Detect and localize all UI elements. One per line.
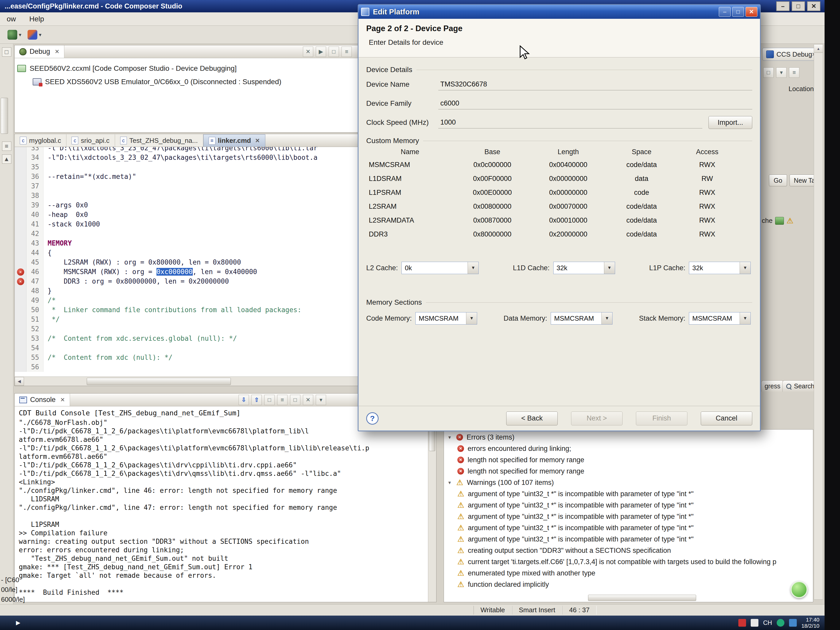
up-arrow-icon[interactable]: ▲	[2, 155, 11, 164]
field-input[interactable]: c6000	[438, 98, 752, 109]
dropdown-icon[interactable]: ▼	[740, 313, 750, 324]
tab-search[interactable]: Search	[782, 381, 818, 392]
editor-tab[interactable]: c srio_api.c ✕	[66, 134, 115, 147]
chevron-down-icon[interactable]: ▾	[19, 32, 21, 38]
overlay-app-icon[interactable]	[791, 581, 808, 598]
chevron-down-icon[interactable]: ▾	[39, 32, 41, 38]
close-icon[interactable]: ✕	[807, 1, 820, 11]
menu-item[interactable]: Help	[23, 13, 51, 25]
wizard-button[interactable]: < Back	[506, 412, 558, 425]
tray-icon-green[interactable]	[777, 619, 785, 627]
cache-select[interactable]: 32k ▼	[553, 262, 615, 274]
problem-warning-row[interactable]: ⚠ creating output section "DDR3" without…	[457, 545, 812, 556]
tab-console[interactable]: Console ✕	[15, 393, 70, 406]
editor-tab[interactable]: ≡ linker.cmd ✕	[203, 134, 265, 147]
memory-table-row[interactable]: L1PSRAM 0x00E00000 0x00000000 code RWX	[366, 186, 752, 199]
problem-warning-row[interactable]: ⚠ function declared implicitly	[457, 579, 812, 590]
cache-select[interactable]: 0k ▼	[401, 262, 479, 274]
maximize-icon[interactable]: □	[732, 7, 744, 17]
step-over-icon[interactable]: ▶	[316, 47, 326, 57]
editor-tab[interactable]: c Test_ZHS_debug_na... ✕	[115, 134, 203, 147]
problem-warning-row[interactable]: ⚠ argument of type "uint32_t *" is incom…	[457, 511, 812, 522]
cache-select[interactable]: 32k ▼	[689, 262, 751, 274]
memory-section-select[interactable]: MSMCSRAM ▼	[415, 312, 477, 325]
minimize-icon[interactable]: –	[776, 1, 789, 11]
memory-section-select[interactable]: MSMCSRAM ▼	[689, 312, 751, 325]
twisty-icon[interactable]: ▾	[447, 480, 453, 486]
clock[interactable]: 17:40 18/2/10	[801, 617, 819, 629]
minimize-icon[interactable]: –	[719, 7, 731, 17]
scroll-down-icon[interactable]: ⇩	[238, 395, 249, 405]
right-scrollbar[interactable]: ▲	[814, 44, 823, 600]
field-input[interactable]: TMS320C6678	[438, 79, 752, 90]
dropdown-icon[interactable]: ▼	[602, 313, 612, 324]
problem-warning-row[interactable]: ⚠ argument of type "uint32_t *" is incom…	[457, 499, 812, 511]
memory-table-row[interactable]: MSMCSRAM 0x0c000000 0x00400000 code/data…	[366, 158, 752, 172]
console-vscrollbar[interactable]	[428, 407, 436, 602]
perspective-ccs-debug-button[interactable]: CCS Debug	[762, 48, 816, 61]
play-icon[interactable]: ▶	[16, 619, 21, 626]
problem-error-row[interactable]: ✕ length not specified for memory range	[457, 466, 812, 477]
memory-section-select[interactable]: MSMCSRAM ▼	[551, 312, 613, 325]
open-console-icon[interactable]: ✕	[303, 395, 313, 405]
maximize-icon[interactable]: □	[792, 1, 805, 11]
tray-icon-red[interactable]	[738, 619, 746, 627]
problem-error-row[interactable]: ✕ length not specified for memory range	[457, 454, 812, 466]
memory-table-row[interactable]: DDR3 0x80000000 0x20000000 code/data RWX	[366, 227, 752, 241]
problem-warning-row[interactable]: ⚠ enumerated type mixed with another typ…	[457, 567, 812, 579]
disconnect-icon[interactable]: ✕	[303, 47, 313, 57]
collapse-icon[interactable]: ▾	[776, 68, 786, 78]
wizard-button[interactable]: Cancel	[701, 412, 752, 425]
scroll-up-icon[interactable]: ▲	[814, 44, 823, 53]
problems-warnings-group[interactable]: ▾ ⚠ Warnings (100 of 107 items)	[447, 477, 812, 488]
wizard-button[interactable]: Next >	[571, 412, 622, 425]
problems-errors-group[interactable]: ▾ ✕ Errors (3 items)	[447, 431, 812, 443]
tray-icon-blue[interactable]	[789, 619, 797, 627]
restore-panel-icon[interactable]: □	[2, 47, 11, 57]
dropdown-icon[interactable]: ▼	[467, 262, 478, 274]
wizard-button[interactable]: Finish	[636, 412, 687, 425]
tab-progress[interactable]: gress	[761, 381, 784, 392]
display-selected-console-icon[interactable]: □	[290, 395, 300, 405]
suspend-icon[interactable]: □	[328, 47, 339, 57]
editor-tab[interactable]: c myglobal.c ✕	[15, 134, 66, 147]
help-icon[interactable]: ?	[366, 412, 379, 425]
memory-table-row[interactable]: L1DSRAM 0x00F00000 0x00000000 data RW	[366, 172, 752, 186]
problems-hscroll-thumb[interactable]	[588, 595, 696, 601]
problem-warning-row[interactable]: ⚠ argument of type "uint32_t *" is incom…	[457, 488, 812, 499]
pin-console-icon[interactable]: □	[264, 395, 275, 405]
layout-icon[interactable]: ≡	[789, 68, 799, 78]
close-icon[interactable]: ✕	[255, 137, 260, 144]
dialog-titlebar[interactable]: Edit Platform – □ ✕	[358, 5, 760, 19]
book-icon[interactable]	[775, 217, 784, 225]
scroll-left-icon[interactable]: ◀	[15, 377, 24, 386]
twisty-icon[interactable]: ▾	[447, 434, 453, 441]
close-icon[interactable]: ✕	[60, 396, 65, 403]
problem-warning-row[interactable]: ⚠ argument of type "uint32_t *" is incom…	[457, 522, 812, 534]
right-scroll-thumb[interactable]	[1, 98, 8, 134]
debug-launch-dropdown[interactable]: ▾	[6, 28, 23, 41]
problem-error-row[interactable]: ✕ errors encountered during linking;	[457, 443, 812, 454]
input-language-indicator[interactable]: CH	[763, 619, 772, 627]
problem-warning-row[interactable]: ⚠ argument of type "uint32_t *" is incom…	[457, 534, 812, 545]
dropdown-icon[interactable]: ▼	[604, 262, 615, 274]
tray-icon-white[interactable]	[751, 619, 758, 627]
memory-table-row[interactable]: L2SRAM 0x00800000 0x00070000 code/data R…	[366, 199, 752, 213]
console-menu-icon[interactable]: ▾	[316, 395, 326, 405]
import-button[interactable]: Import...	[709, 116, 752, 129]
debug-launch-icon[interactable]	[8, 30, 17, 39]
run-launch-icon[interactable]	[28, 30, 37, 39]
view-menu-icon[interactable]: ≡	[341, 47, 352, 57]
run-launch-dropdown[interactable]: ▾	[26, 28, 43, 41]
outline-menu-icon[interactable]: ≡	[2, 142, 11, 151]
hscroll-thumb[interactable]	[87, 378, 231, 385]
menu-item[interactable]: ow	[0, 13, 23, 25]
close-icon[interactable]: ✕	[55, 48, 60, 55]
memory-table-row[interactable]: L2SRAMDATA 0x00870000 0x00010000 code/da…	[366, 213, 752, 227]
problem-warning-row[interactable]: ⚠ current target 'ti.targets.elf.C66' [1…	[457, 556, 812, 567]
dropdown-icon[interactable]: ▼	[740, 262, 750, 274]
field-input[interactable]: 1000	[438, 117, 702, 128]
scroll-up-icon[interactable]: ⇧	[251, 395, 262, 405]
pin-icon[interactable]: □	[763, 68, 774, 78]
dropdown-icon[interactable]: ▼	[466, 313, 477, 324]
